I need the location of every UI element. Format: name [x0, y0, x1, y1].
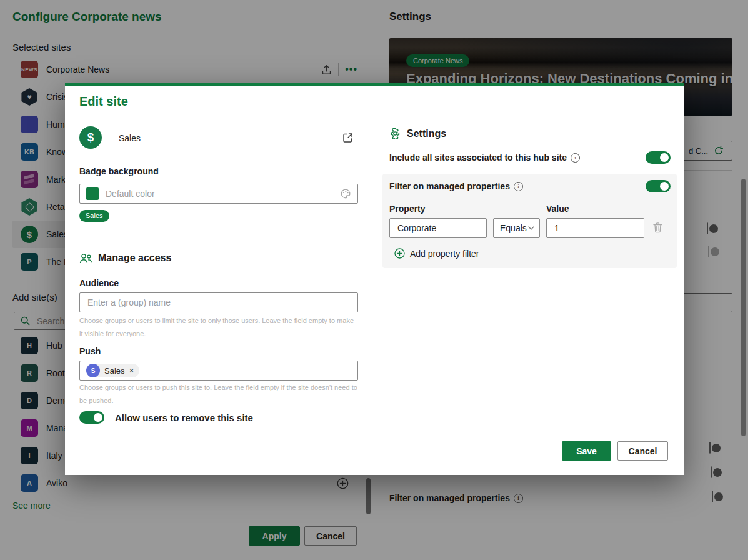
- value-field[interactable]: [546, 218, 644, 238]
- edit-site-dialog: Edit site $ Sales Badge background Sales…: [65, 83, 684, 475]
- delete-filter-icon[interactable]: [652, 222, 663, 233]
- allow-remove-label: Allow users to remove this site: [115, 412, 253, 423]
- save-button[interactable]: Save: [562, 441, 611, 461]
- gear-icon: [389, 128, 401, 139]
- value-label: Value: [546, 204, 569, 214]
- info-icon: [571, 153, 580, 162]
- divider: [374, 128, 374, 414]
- manage-access-header: Manage access: [79, 252, 171, 264]
- chevron-down-icon: [528, 226, 534, 230]
- info-icon: [514, 182, 523, 191]
- allow-remove-toggle[interactable]: [79, 411, 104, 424]
- property-field[interactable]: [389, 218, 487, 238]
- badge-color-field[interactable]: [79, 184, 358, 204]
- dialog-settings-column: Settings Include all sites associated to…: [382, 86, 677, 478]
- badge-color-input[interactable]: [104, 188, 334, 199]
- people-icon: [79, 253, 92, 264]
- chip-avatar: S: [86, 364, 100, 378]
- property-input[interactable]: [396, 222, 480, 234]
- chip-label: Sales: [104, 366, 125, 376]
- app-window: Configure Corporate news Selected sites …: [0, 0, 748, 560]
- color-swatch: [86, 188, 99, 200]
- include-all-label: Include all sites associated to this hub…: [389, 152, 567, 162]
- badge-background-label: Badge background: [79, 166, 159, 176]
- chip-remove-icon[interactable]: ×: [129, 366, 134, 375]
- site-name: Sales: [119, 133, 141, 143]
- audience-label: Audience: [79, 278, 119, 288]
- include-all-toggle[interactable]: [646, 151, 671, 164]
- site-badge-pill: Sales: [79, 210, 109, 222]
- filter-managed-toggle[interactable]: [646, 180, 671, 192]
- value-input[interactable]: [553, 222, 637, 234]
- dialog-cancel-button[interactable]: Cancel: [617, 441, 668, 461]
- plus-circle-icon: [394, 248, 405, 259]
- audience-input[interactable]: [86, 297, 351, 308]
- dialog-settings-header: Settings: [389, 128, 446, 139]
- operator-select[interactable]: Equals: [493, 218, 540, 238]
- add-property-filter-button[interactable]: Add property filter: [394, 248, 479, 259]
- dialog-title: Edit site: [79, 94, 128, 109]
- open-site-icon[interactable]: [342, 132, 354, 144]
- palette-icon[interactable]: [340, 188, 351, 199]
- push-label: Push: [79, 346, 101, 356]
- push-field[interactable]: S Sales ×: [79, 361, 358, 381]
- audience-help-text: Choose groups or users to limit the site…: [79, 314, 358, 341]
- filter-managed-label: Filter on managed properties: [389, 181, 510, 191]
- push-chip[interactable]: S Sales ×: [86, 364, 139, 378]
- managed-properties-section: Filter on managed properties Property Va…: [382, 174, 677, 268]
- site-logo: $: [79, 126, 102, 149]
- audience-field[interactable]: [79, 292, 358, 312]
- property-label: Property: [389, 204, 426, 214]
- push-help-text: Choose groups or users to push this site…: [79, 381, 358, 408]
